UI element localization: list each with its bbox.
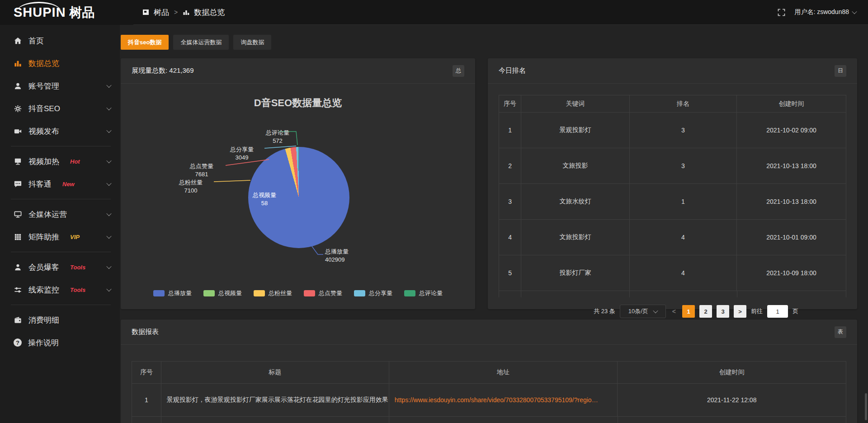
tab-media-operation-data[interactable]: 全媒体运营数据 xyxy=(173,35,229,50)
legend-item-likes[interactable]: 总点赞量 xyxy=(304,289,342,297)
report-panel-header: 数据报表 表 xyxy=(121,320,857,345)
pie-chart-area[interactable]: D音SEO数据量总览 总评论量 572 xyxy=(121,84,475,309)
page-button-1[interactable]: 1 xyxy=(682,305,695,318)
sidebar: 首页 数据总览 账号管理 抖音SEO 视频发布 xyxy=(0,25,120,423)
legend-item-plays[interactable]: 总播放量 xyxy=(153,289,192,297)
username-dropdown[interactable]: 用户名: zswodun88 xyxy=(794,8,856,16)
chevron-down-icon xyxy=(106,128,111,133)
chevron-down-icon xyxy=(106,287,111,291)
pie-label-videos: 总视频量 58 xyxy=(240,191,289,207)
data-report-panel: 数据报表 表 序号 标题 地址 创建时间 xyxy=(121,320,857,423)
scrollbar-thumb[interactable] xyxy=(865,393,867,420)
chat-icon xyxy=(14,180,22,188)
chevron-down-icon xyxy=(653,308,658,313)
legend-item-fans[interactable]: 总粉丝量 xyxy=(254,289,292,297)
hot-badge: Hot xyxy=(70,158,80,165)
sidebar-item-consume-detail[interactable]: 消费明细 xyxy=(0,309,120,331)
app-window: SHUPIN 树品 树品 > 数据总览 用户名: zswodun8 xyxy=(0,0,868,423)
breadcrumb-current: 数据总览 xyxy=(194,7,225,18)
screen-icon xyxy=(14,157,22,166)
sidebar-item-media-operation[interactable]: 全媒体运营 xyxy=(0,203,120,226)
logo[interactable]: SHUPIN 树品 xyxy=(0,0,133,25)
goto-page-input[interactable] xyxy=(767,305,788,318)
vip-badge: VIP xyxy=(70,234,80,240)
chevron-down-icon xyxy=(106,83,111,88)
video-camera-icon xyxy=(14,127,22,136)
col-index: 序号 xyxy=(499,95,521,113)
tab-douyin-seo-data[interactable]: 抖音seo数据 xyxy=(121,35,169,50)
sidebar-item-home[interactable]: 首页 xyxy=(0,29,120,52)
pie-label-plays: 总播放量 402909 xyxy=(325,248,384,264)
home-icon xyxy=(14,37,22,45)
today-rank-panel: 今日排名 日 序号 关键词 排名 创建时间 xyxy=(488,58,857,309)
page-button-2[interactable]: 2 xyxy=(699,305,712,318)
page-button-3[interactable]: 3 xyxy=(717,305,729,318)
overview-panel: 展现量总数: 421,369 总 D音SEO数据量总览 xyxy=(121,58,475,309)
sidebar-item-lead-monitor[interactable]: 线索监控 Tools xyxy=(0,278,120,301)
chevron-down-icon xyxy=(106,158,111,163)
rank-table: 序号 关键词 排名 创建时间 1景观投影灯32021-10-02 09:00 2… xyxy=(499,95,846,291)
pie-label-likes: 总点赞量 7681 xyxy=(177,162,226,179)
goto-label: 前往 xyxy=(751,307,763,315)
topbar: SHUPIN 树品 树品 > 数据总览 用户名: zswodun8 xyxy=(0,0,868,25)
day-badge-button[interactable]: 日 xyxy=(835,65,846,77)
legend-swatch xyxy=(254,290,265,296)
sidebar-item-help[interactable]: ? 操作说明 xyxy=(0,331,120,354)
col-rank: 排名 xyxy=(629,95,736,113)
rank-table-row: 5投影灯厂家42021-10-09 18:00 xyxy=(499,255,846,291)
legend-item-comments[interactable]: 总评论量 xyxy=(404,289,443,297)
chevron-down-icon xyxy=(106,234,111,239)
sidebar-item-member-baoke[interactable]: 会员爆客 Tools xyxy=(0,256,120,278)
breadcrumb-root[interactable]: 树品 xyxy=(154,7,169,18)
rank-table-row: 4文旅投影灯42021-10-01 09:00 xyxy=(499,220,846,255)
legend-swatch xyxy=(153,290,165,296)
next-page-button[interactable]: > xyxy=(734,305,746,318)
bar-chart-icon xyxy=(183,9,190,16)
chevron-down-icon xyxy=(106,105,111,110)
sidebar-item-video-publish[interactable]: 视频发布 xyxy=(0,120,120,142)
help-icon: ? xyxy=(14,338,22,347)
fullscreen-icon[interactable] xyxy=(778,9,785,16)
sidebar-item-douketong[interactable]: 抖客通 New xyxy=(0,173,120,195)
report-title-cell: 景观投影灯，夜游景观投影灯厂家展示展示落花灯在花园里的灯光投影应用效果 # xyxy=(161,384,389,417)
chart-title: D音SEO数据量总览 xyxy=(121,96,475,110)
sidebar-item-matrix-boost[interactable]: 矩阵助推 VIP xyxy=(0,226,120,248)
tools-badge: Tools xyxy=(70,264,85,271)
legend-item-videos[interactable]: 总视频量 xyxy=(203,289,242,297)
report-table: 序号 标题 地址 创建时间 1 景观投影灯，夜游景观投影灯厂家展示展示落花灯在花… xyxy=(132,361,846,417)
page-size-select[interactable]: 10条/页 xyxy=(620,305,666,318)
sidebar-item-video-heat[interactable]: 视频加热 Hot xyxy=(0,150,120,173)
report-table-header-row: 序号 标题 地址 创建时间 xyxy=(132,362,846,384)
total-badge-button[interactable]: 总 xyxy=(453,65,464,77)
tab-inquiry-data[interactable]: 询盘数据 xyxy=(233,35,271,50)
breadcrumb-separator-icon: > xyxy=(174,9,178,16)
prev-page-button[interactable]: < xyxy=(670,308,678,315)
rank-table-partial-row xyxy=(499,291,846,297)
member-icon xyxy=(14,263,22,272)
chevron-down-icon xyxy=(852,9,857,14)
col-create-time: 创建时间 xyxy=(618,362,846,384)
app-square-icon xyxy=(142,9,150,16)
rank-panel-title: 今日排名 xyxy=(499,66,526,75)
sidebar-item-account[interactable]: 账号管理 xyxy=(0,75,120,97)
pagination-total: 共 23 条 xyxy=(594,307,615,315)
gear-icon xyxy=(14,104,22,113)
overview-panel-header: 展现量总数: 421,369 总 xyxy=(121,58,475,84)
breadcrumb: 树品 > 数据总览 xyxy=(142,7,225,18)
sidebar-divider xyxy=(11,199,111,199)
col-keyword: 关键词 xyxy=(521,95,630,113)
user-icon xyxy=(14,82,22,90)
col-title: 标题 xyxy=(161,362,389,384)
report-video-link[interactable]: https://www.iesdouyin.com/share/video/70… xyxy=(395,396,598,404)
table-badge-button[interactable]: 表 xyxy=(835,326,846,338)
sidebar-item-douyin-seo[interactable]: 抖音SEO xyxy=(0,97,120,120)
rank-table-row: 3文旅水纹灯12021-10-13 18:00 xyxy=(499,184,846,220)
sidebar-divider xyxy=(11,305,111,305)
legend-swatch xyxy=(354,290,365,296)
sidebar-item-data-overview[interactable]: 数据总览 xyxy=(0,52,120,75)
col-url: 地址 xyxy=(389,362,618,384)
legend-swatch xyxy=(304,290,315,296)
rank-table-row: 1景观投影灯32021-10-02 09:00 xyxy=(499,113,846,148)
wallet-icon xyxy=(14,316,22,324)
legend-item-shares[interactable]: 总分享量 xyxy=(354,289,392,297)
